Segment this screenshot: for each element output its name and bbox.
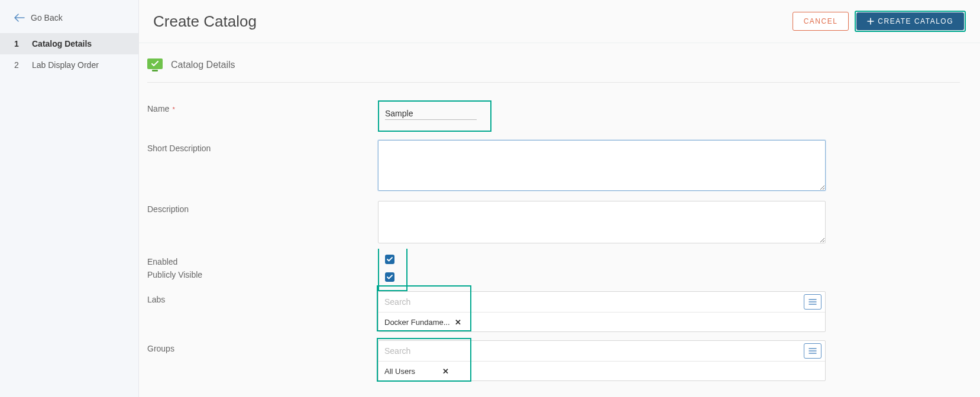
groups-multiselect: All Users ✕ <box>378 340 826 381</box>
publicly-visible-label: Publicly Visible <box>147 266 378 279</box>
catalog-form: Name * Short Description Descript <box>147 100 960 381</box>
sidebar-step-lab-display-order[interactable]: 2 Lab Display Order <box>0 54 138 76</box>
checkbox-highlight <box>378 249 407 291</box>
create-button-highlight: CREATE CATALOG <box>855 11 966 32</box>
list-icon <box>808 298 817 305</box>
publicly-visible-checkbox[interactable] <box>385 272 394 282</box>
groups-list-toggle[interactable] <box>804 343 821 359</box>
chip-remove[interactable]: ✕ <box>455 318 461 327</box>
create-catalog-button[interactable]: CREATE CATALOG <box>856 12 964 30</box>
description-input[interactable] <box>378 201 826 243</box>
labs-list-toggle[interactable] <box>804 294 821 310</box>
name-highlight <box>378 100 491 132</box>
chip-label: Docker Fundame... <box>384 318 450 327</box>
groups-search-input[interactable] <box>379 341 800 360</box>
list-icon <box>808 347 817 354</box>
sidebar-steps: 1 Catalog Details 2 Lab Display Order <box>0 33 138 76</box>
section-title: Catalog Details <box>171 60 235 70</box>
create-button-label: CREATE CATALOG <box>878 17 953 25</box>
section-header: Catalog Details <box>147 50 960 83</box>
plus-icon <box>867 18 874 25</box>
go-back-button[interactable]: Go Back <box>0 0 138 33</box>
go-back-label: Go Back <box>31 13 63 22</box>
main-area: Create Catalog CANCEL CREATE CATALOG Cat… <box>139 0 980 397</box>
short-description-input[interactable] <box>378 140 826 191</box>
enabled-label: Enabled <box>147 253 378 266</box>
short-description-label: Short Description <box>147 140 378 153</box>
content: Catalog Details Name * Short Description <box>139 43 980 397</box>
labs-label: Labs <box>147 291 378 304</box>
arrow-left-icon <box>14 14 25 22</box>
chip-remove[interactable]: ✕ <box>442 367 449 376</box>
chip-label: All Users <box>384 367 438 376</box>
labs-multiselect: Docker Fundame... ✕ <box>378 291 826 332</box>
sidebar: Go Back 1 Catalog Details 2 Lab Display … <box>0 0 139 397</box>
step-number: 1 <box>14 39 21 48</box>
groups-selected-chip: All Users ✕ <box>384 367 449 376</box>
step-number: 2 <box>14 60 21 70</box>
topbar: Create Catalog CANCEL CREATE CATALOG <box>139 0 980 43</box>
cancel-button[interactable]: CANCEL <box>793 12 849 31</box>
step-label: Lab Display Order <box>32 60 99 70</box>
name-label: Name * <box>147 100 378 113</box>
step-label: Catalog Details <box>32 39 92 48</box>
description-label: Description <box>147 201 378 214</box>
labs-search-input[interactable] <box>379 292 800 311</box>
name-input[interactable] <box>385 108 477 120</box>
required-asterisk: * <box>170 106 174 113</box>
monitor-check-icon <box>147 58 163 71</box>
enabled-checkbox[interactable] <box>385 255 394 264</box>
sidebar-step-catalog-details[interactable]: 1 Catalog Details <box>0 33 138 54</box>
page-title: Create Catalog <box>153 12 793 31</box>
groups-label: Groups <box>147 340 378 353</box>
labs-selected-chip: Docker Fundame... ✕ <box>384 318 461 327</box>
